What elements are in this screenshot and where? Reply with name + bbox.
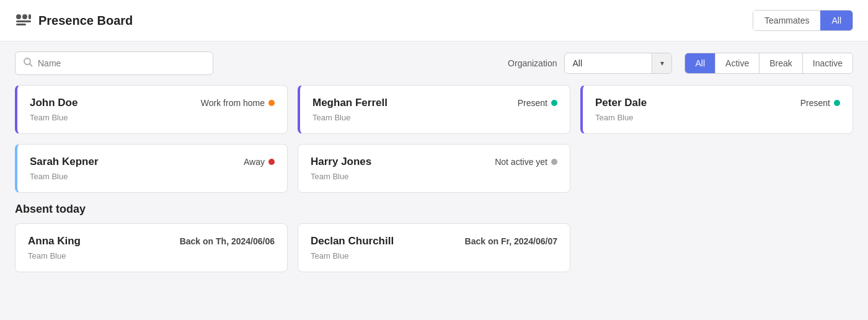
active-card[interactable]: Harry Jones Not active yet Team Blue xyxy=(298,144,570,193)
card-name: Harry Jones xyxy=(311,156,371,168)
org-select[interactable]: All xyxy=(565,53,652,73)
toolbar: Organization All ▾ All Active Break Inac… xyxy=(0,42,868,85)
header-left: Presence Board xyxy=(15,11,133,30)
card-team: Team Blue xyxy=(311,172,557,181)
card-team: Team Blue xyxy=(595,113,840,122)
absent-status: Back on Th, 2024/06/06 xyxy=(180,236,275,246)
active-card[interactable]: Peter Dale Present Team Blue xyxy=(580,85,853,134)
active-cards-grid: John Doe Work from home Team Blue Meghan… xyxy=(15,85,853,193)
card-name: Meghan Ferrell xyxy=(312,97,388,109)
svg-rect-3 xyxy=(16,20,31,22)
card-name: Declan Churchill xyxy=(311,235,394,247)
svg-rect-2 xyxy=(29,14,31,19)
filter-active-btn[interactable]: Active xyxy=(715,53,760,73)
view-toggle: Teammates All xyxy=(753,10,853,31)
card-name: John Doe xyxy=(30,97,78,109)
active-card[interactable]: John Doe Work from home Team Blue xyxy=(15,85,288,134)
main-content: John Doe Work from home Team Blue Meghan… xyxy=(0,85,868,287)
card-team: Team Blue xyxy=(28,251,275,260)
active-card[interactable]: Sarah Kepner Away Team Blue xyxy=(15,144,288,193)
filter-inactive-btn[interactable]: Inactive xyxy=(803,53,852,73)
card-status: Present xyxy=(518,98,557,108)
card-status: Work from home xyxy=(201,98,275,108)
card-name: Anna King xyxy=(28,235,81,247)
active-card[interactable]: Meghan Ferrell Present Team Blue xyxy=(298,85,570,134)
svg-rect-4 xyxy=(16,24,26,25)
org-label: Organization xyxy=(508,58,557,68)
status-dot xyxy=(268,100,275,106)
status-dot xyxy=(551,100,557,106)
absent-section-title: Absent today xyxy=(15,203,853,216)
absent-status: Back on Fr, 2024/06/07 xyxy=(465,236,557,246)
status-filters: All Active Break Inactive xyxy=(684,53,853,74)
status-dot xyxy=(551,159,557,165)
absent-cards-grid: Anna King Back on Th, 2024/06/06 Team Bl… xyxy=(15,223,853,272)
absent-card[interactable]: Declan Churchill Back on Fr, 2024/06/07 … xyxy=(298,223,570,272)
teammates-toggle-btn[interactable]: Teammates xyxy=(753,11,820,30)
card-team: Team Blue xyxy=(30,113,275,122)
chevron-down-icon: ▾ xyxy=(652,53,671,73)
filter-break-btn[interactable]: Break xyxy=(760,53,803,73)
card-status: Present xyxy=(800,98,840,108)
card-team: Team Blue xyxy=(311,251,557,260)
search-box xyxy=(15,51,213,75)
presence-board-icon xyxy=(15,11,32,30)
status-dot xyxy=(834,100,840,106)
svg-rect-0 xyxy=(16,14,21,19)
filter-all-btn[interactable]: All xyxy=(685,53,715,73)
page-title: Presence Board xyxy=(38,14,133,28)
all-toggle-btn[interactable]: All xyxy=(820,11,852,30)
card-name: Peter Dale xyxy=(595,97,647,109)
header: Presence Board Teammates All xyxy=(0,0,868,42)
svg-rect-1 xyxy=(22,14,27,19)
search-icon xyxy=(23,57,33,69)
card-team: Team Blue xyxy=(312,113,557,122)
org-filter: Organization All ▾ xyxy=(508,53,672,74)
card-status: Not active yet xyxy=(495,157,557,167)
svg-line-6 xyxy=(30,64,32,66)
absent-card[interactable]: Anna King Back on Th, 2024/06/06 Team Bl… xyxy=(15,223,288,272)
card-name: Sarah Kepner xyxy=(30,156,99,168)
status-dot xyxy=(268,159,275,165)
search-input[interactable] xyxy=(38,58,205,68)
org-select-wrapper: All ▾ xyxy=(564,53,672,74)
card-status: Away xyxy=(244,157,275,167)
card-team: Team Blue xyxy=(30,172,275,181)
